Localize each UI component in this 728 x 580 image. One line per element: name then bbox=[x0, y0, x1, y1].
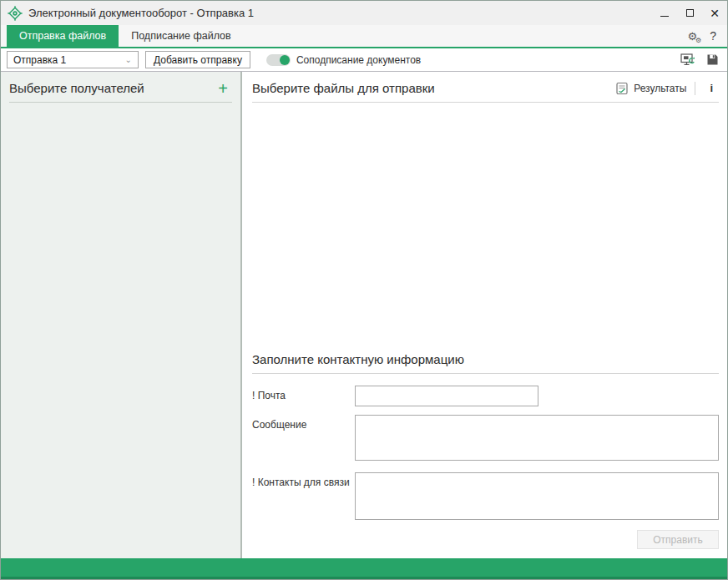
tab-bar: Отправка файлов Подписание файлов ⚙⚙ ? bbox=[1, 25, 727, 48]
info-icon[interactable]: i bbox=[704, 82, 719, 94]
message-row: Сообщение bbox=[252, 415, 719, 461]
contact-info-section: Заполните контактную информацию ! Почта … bbox=[252, 352, 719, 549]
app-window: Электронный документооборот - Отправка 1… bbox=[0, 0, 728, 580]
recipients-panel-header: Выберите получателей + bbox=[9, 81, 232, 103]
maximize-button[interactable] bbox=[677, 1, 702, 25]
add-send-button[interactable]: Добавить отправку bbox=[145, 51, 250, 68]
window-title: Электронный документооборот - Отправка 1 bbox=[28, 7, 254, 19]
mail-row: ! Почта bbox=[252, 386, 719, 406]
send-selector-value: Отправка 1 bbox=[13, 54, 66, 66]
message-label: Сообщение bbox=[252, 415, 355, 461]
minimize-button[interactable] bbox=[652, 1, 677, 25]
contacts-row: ! Контакты для связи bbox=[252, 472, 719, 520]
minimize-icon bbox=[660, 16, 669, 17]
files-panel-title: Выберите файлы для отправки bbox=[252, 81, 435, 95]
files-panel: Выберите файлы для отправки Результаты i bbox=[242, 72, 727, 558]
window-controls: ✕ bbox=[652, 1, 727, 25]
send-row: Отправить bbox=[252, 530, 719, 549]
header-divider bbox=[695, 82, 695, 95]
send-button[interactable]: Отправить bbox=[637, 530, 719, 549]
cosign-toggle-knob bbox=[280, 55, 290, 65]
screen-refresh-icon[interactable] bbox=[680, 53, 695, 67]
tabbar-actions: ⚙⚙ ? bbox=[688, 25, 727, 47]
content-area: Выберите получателей + Выберите файлы дл… bbox=[1, 72, 727, 558]
cosign-toggle-group[interactable]: Соподписание документов bbox=[266, 54, 421, 66]
results-button-label: Результаты bbox=[634, 83, 686, 94]
chevron-down-icon: ⌄ bbox=[125, 55, 132, 64]
add-recipient-icon[interactable]: + bbox=[218, 83, 228, 94]
mail-label: ! Почта bbox=[252, 386, 355, 406]
recipients-panel: Выберите получателей + bbox=[1, 72, 242, 558]
files-header-actions: Результаты i bbox=[615, 82, 719, 95]
status-footer bbox=[1, 558, 727, 579]
maximize-icon bbox=[686, 9, 694, 17]
help-icon[interactable]: ? bbox=[710, 29, 716, 43]
save-icon[interactable] bbox=[706, 53, 719, 66]
contact-section-title: Заполните контактную информацию bbox=[252, 352, 719, 374]
toolbar: Отправка 1 ⌄ Добавить отправку Соподписа… bbox=[1, 48, 727, 72]
settings-gear-small-icon: ⚙ bbox=[695, 38, 701, 44]
send-selector-dropdown[interactable]: Отправка 1 ⌄ bbox=[7, 51, 139, 68]
contacts-textarea[interactable] bbox=[355, 472, 719, 520]
app-icon bbox=[8, 6, 23, 21]
tab-send-files[interactable]: Отправка файлов bbox=[7, 25, 119, 47]
recipients-panel-title: Выберите получателей bbox=[9, 81, 144, 95]
settings-gear-icon[interactable]: ⚙⚙ bbox=[688, 31, 698, 42]
tab-sign-files[interactable]: Подписание файлов bbox=[119, 25, 243, 47]
results-button[interactable]: Результаты bbox=[615, 82, 686, 95]
cosign-toggle[interactable] bbox=[266, 54, 291, 66]
files-panel-header: Выберите файлы для отправки Результаты i bbox=[252, 81, 719, 103]
mail-input[interactable] bbox=[355, 386, 538, 406]
contacts-label: ! Контакты для связи bbox=[252, 472, 355, 520]
cosign-toggle-label: Соподписание документов bbox=[296, 54, 421, 66]
toolbar-right-actions bbox=[680, 53, 719, 67]
message-textarea[interactable] bbox=[355, 415, 719, 461]
title-bar: Электронный документооборот - Отправка 1… bbox=[1, 1, 727, 25]
results-document-icon bbox=[615, 82, 629, 95]
close-button[interactable]: ✕ bbox=[702, 1, 727, 25]
